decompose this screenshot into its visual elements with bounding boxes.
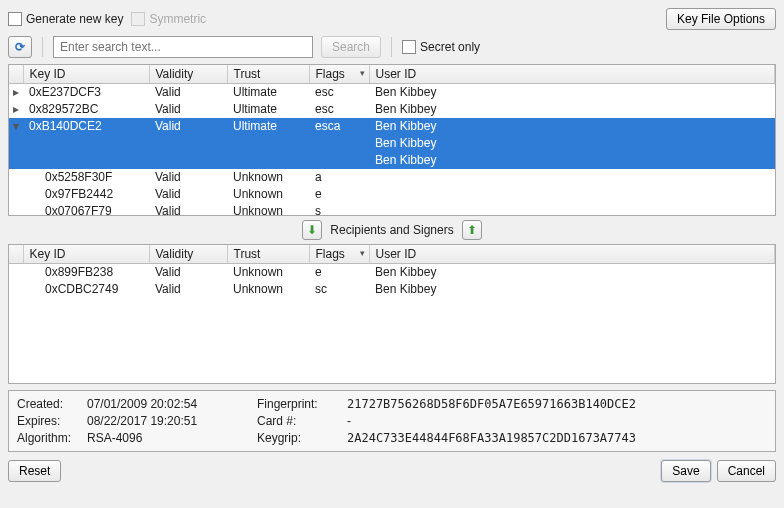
column-header-keyid[interactable]: Key ID xyxy=(23,245,149,264)
keyid-cell: 0x829572BC xyxy=(23,101,149,118)
table-row[interactable]: 0x899FB238ValidUnknowneBen Kibbey xyxy=(9,264,775,282)
userid-cell: Ben Kibbey xyxy=(369,152,775,169)
key-info-panel: Created: 07/01/2009 20:02:54 Fingerprint… xyxy=(8,390,776,452)
card-value: - xyxy=(347,414,767,428)
userid-cell: Ben Kibbey xyxy=(369,118,775,135)
keyid-cell: 0xB140DCE2 xyxy=(23,118,149,135)
fingerprint-label: Fingerprint: xyxy=(257,397,347,411)
userid-cell: Ben Kibbey xyxy=(369,264,775,282)
secret-only-checkbox[interactable]: Secret only xyxy=(402,40,480,54)
expand-toggle[interactable]: ▸ xyxy=(9,84,23,102)
validity-cell: Valid xyxy=(149,84,227,102)
created-value: 07/01/2009 20:02:54 xyxy=(87,397,257,411)
userid-cell: Ben Kibbey xyxy=(369,281,775,298)
created-label: Created: xyxy=(17,397,87,411)
table-row[interactable]: ▾0xB140DCE2ValidUltimateescaBen Kibbey xyxy=(9,118,775,135)
table-row[interactable]: ▸0xE237DCF3ValidUltimateescBen Kibbey xyxy=(9,84,775,102)
key-file-options-button[interactable]: Key File Options xyxy=(666,8,776,30)
expires-value: 08/22/2017 19:20:51 xyxy=(87,414,257,428)
trust-cell: Ultimate xyxy=(227,84,309,102)
expires-label: Expires: xyxy=(17,414,87,428)
trust-cell: Ultimate xyxy=(227,101,309,118)
column-header-userid[interactable]: User ID xyxy=(369,245,775,264)
trust-cell: Unknown xyxy=(227,169,309,186)
table-row-subkey[interactable]: 0x07067F79ValidUnknowns xyxy=(9,203,775,216)
reset-button[interactable]: Reset xyxy=(8,460,61,482)
card-label: Card #: xyxy=(257,414,347,428)
trust-cell: Unknown xyxy=(227,281,309,298)
keygrip-label: Keygrip: xyxy=(257,431,347,445)
column-header-keyid[interactable]: Key ID xyxy=(23,65,149,84)
keygrip-value: 2A24C733E44844F68FA33A19857C2DD1673A7743 xyxy=(347,431,767,445)
secret-only-label: Secret only xyxy=(420,40,480,54)
keyid-cell: 0x97FB2442 xyxy=(23,186,149,203)
flags-cell: s xyxy=(309,203,369,216)
move-up-button[interactable]: ⬆ xyxy=(462,220,482,240)
keyid-cell: 0xCDBC2749 xyxy=(23,281,149,298)
userid-cell: Ben Kibbey xyxy=(369,135,775,152)
validity-cell: Valid xyxy=(149,281,227,298)
symmetric-label: Symmetric xyxy=(149,12,206,26)
keys-table[interactable]: Key ID Validity Trust Flags▾ User ID ▸0x… xyxy=(8,64,776,216)
refresh-icon: ⟳ xyxy=(15,40,25,54)
sort-indicator-icon: ▾ xyxy=(360,68,365,78)
table-row[interactable]: ▸0x829572BCValidUltimateescBen Kibbey xyxy=(9,101,775,118)
keyid-cell: 0x07067F79 xyxy=(23,203,149,216)
algorithm-label: Algorithm: xyxy=(17,431,87,445)
search-input[interactable] xyxy=(53,36,313,58)
column-header-trust[interactable]: Trust xyxy=(227,245,309,264)
flags-cell: esc xyxy=(309,101,369,118)
sort-indicator-icon: ▾ xyxy=(360,248,365,258)
table-row[interactable]: 0xCDBC2749ValidUnknownscBen Kibbey xyxy=(9,281,775,298)
flags-cell: e xyxy=(309,186,369,203)
move-down-button[interactable]: ⬇ xyxy=(302,220,322,240)
column-header-trust[interactable]: Trust xyxy=(227,65,309,84)
arrow-up-icon: ⬆ xyxy=(467,223,477,237)
table-row-subkey[interactable]: 0x97FB2442ValidUnknowne xyxy=(9,186,775,203)
save-button[interactable]: Save xyxy=(661,460,710,482)
checkbox-box[interactable] xyxy=(402,40,416,54)
keyid-cell: 0xE237DCF3 xyxy=(23,84,149,102)
arrow-down-icon: ⬇ xyxy=(307,223,317,237)
userid-cell: Ben Kibbey xyxy=(369,101,775,118)
validity-cell: Valid xyxy=(149,186,227,203)
column-header-userid[interactable]: User ID xyxy=(369,65,775,84)
trust-cell: Ultimate xyxy=(227,118,309,135)
trust-cell: Unknown xyxy=(227,203,309,216)
flags-cell: a xyxy=(309,169,369,186)
keyid-cell: 0x899FB238 xyxy=(23,264,149,282)
trust-cell: Unknown xyxy=(227,264,309,282)
table-row-extra-userid[interactable]: Ben Kibbey xyxy=(9,135,775,152)
column-header-validity[interactable]: Validity xyxy=(149,65,227,84)
userid-cell: Ben Kibbey xyxy=(369,84,775,102)
checkbox-box xyxy=(131,12,145,26)
search-button: Search xyxy=(321,36,381,58)
recipients-signers-label: Recipients and Signers xyxy=(330,223,453,237)
validity-cell: Valid xyxy=(149,101,227,118)
flags-cell: esc xyxy=(309,84,369,102)
recipients-table[interactable]: Key ID Validity Trust Flags▾ User ID 0x8… xyxy=(8,244,776,384)
validity-cell: Valid xyxy=(149,169,227,186)
refresh-button[interactable]: ⟳ xyxy=(8,36,32,58)
column-header-flags[interactable]: Flags▾ xyxy=(309,65,369,84)
validity-cell: Valid xyxy=(149,264,227,282)
symmetric-checkbox: Symmetric xyxy=(131,12,206,26)
validity-cell: Valid xyxy=(149,118,227,135)
expand-toggle[interactable]: ▾ xyxy=(9,118,23,135)
cancel-button[interactable]: Cancel xyxy=(717,460,776,482)
fingerprint-value: 21727B756268D58F6DF05A7E65971663B140DCE2 xyxy=(347,397,767,411)
flags-cell: sc xyxy=(309,281,369,298)
generate-new-key-label: Generate new key xyxy=(26,12,123,26)
table-row-subkey[interactable]: 0x5258F30FValidUnknowna xyxy=(9,169,775,186)
table-row-extra-userid[interactable]: Ben Kibbey xyxy=(9,152,775,169)
column-header-flags[interactable]: Flags▾ xyxy=(309,245,369,264)
flags-cell: esca xyxy=(309,118,369,135)
flags-cell: e xyxy=(309,264,369,282)
checkbox-box[interactable] xyxy=(8,12,22,26)
algorithm-value: RSA-4096 xyxy=(87,431,257,445)
keyid-cell: 0x5258F30F xyxy=(23,169,149,186)
column-header-validity[interactable]: Validity xyxy=(149,245,227,264)
generate-new-key-checkbox[interactable]: Generate new key xyxy=(8,12,123,26)
expand-toggle[interactable]: ▸ xyxy=(9,101,23,118)
trust-cell: Unknown xyxy=(227,186,309,203)
